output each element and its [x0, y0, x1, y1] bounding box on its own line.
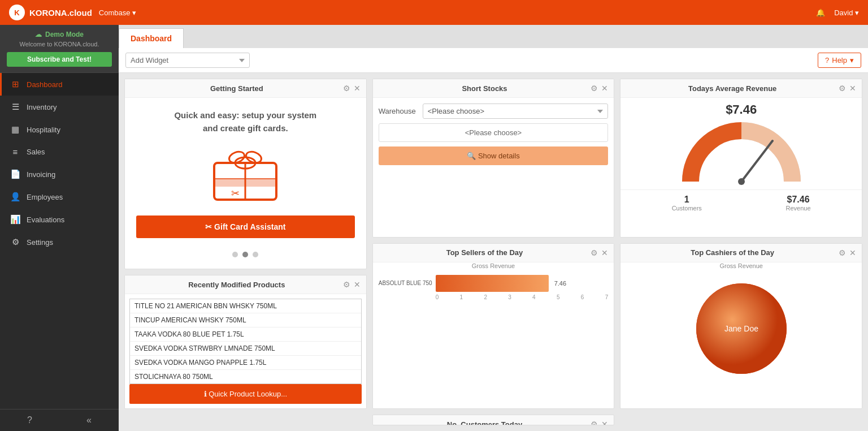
no-customers-title: No. Customers Today — [379, 420, 591, 426]
evaluations-icon: 📊 — [10, 214, 21, 225]
getting-started-body: Quick and easy: setup your system and cr… — [125, 98, 366, 269]
warehouse-label: Warehouse — [379, 107, 418, 115]
avg-revenue-title: Todays Average Revenue — [626, 84, 839, 93]
close-icon[interactable]: ✕ — [354, 84, 361, 93]
avg-revenue-stats: 1 Customers $7.46 Revenue — [620, 189, 862, 216]
gear-icon[interactable]: ⚙ — [839, 248, 846, 257]
svg-text:✂: ✂ — [231, 188, 240, 199]
avg-revenue-value: $7.46 — [620, 98, 862, 119]
add-widget-select[interactable]: Add Widget — [125, 53, 250, 68]
gear-icon[interactable]: ⚙ — [839, 84, 846, 93]
help-chevron-icon: ▾ — [850, 56, 854, 64]
collapse-sidebar-btn[interactable]: « — [59, 410, 119, 431]
gear-icon[interactable]: ⚙ — [591, 84, 598, 93]
dot-3[interactable] — [253, 252, 258, 257]
pie-chart-svg: Jane Doe — [688, 275, 795, 382]
main-content: Dashboard Add Widget ? Help ▾ Getting St… — [119, 25, 868, 431]
col1-wrapper: Getting Started ⚙ ✕ Quick and easy: setu… — [124, 79, 367, 409]
avg-revenue-widget: Todays Average Revenue ⚙ ✕ $7.46 — [620, 79, 862, 238]
sidebar-item-sales[interactable]: ≡ Sales — [0, 141, 119, 163]
dot-2[interactable] — [242, 252, 248, 257]
logo: K KORONA.cloud — [9, 5, 92, 20]
customers-stat: 1 Customers — [672, 195, 702, 212]
sidebar-item-evaluations[interactable]: 📊 Evaluations — [0, 208, 119, 231]
svg-line-8 — [741, 141, 772, 182]
list-item[interactable]: SVEDKA VODKA MANGO PNAPPLE 1.75L — [130, 356, 361, 370]
invoicing-icon: 📄 — [10, 169, 21, 179]
list-item[interactable]: SVEDKA VODKA STRWBRY LMNADE 750ML — [130, 342, 361, 356]
no-customers-widget: No. Customers Today ⚙ ✕ 1 — [372, 415, 615, 425]
list-item[interactable]: TINCUP AMERICAN WHSKY 750ML — [130, 313, 361, 327]
bar-label: ABSOLUT BLUE 750 — [379, 280, 432, 286]
recently-modified-title: Recently Modified Products — [131, 281, 343, 289]
sidebar-item-label: Hospitality — [27, 126, 60, 134]
sidebar-item-label: Invoicing — [27, 170, 55, 179]
tab-bar: Dashboard — [119, 25, 868, 48]
help-button[interactable]: ? Help ▾ — [818, 53, 861, 68]
topnav: K KORONA.cloud Combase ▾ 🔔 David ▾ — [0, 0, 868, 25]
product-list: TITLE NO 21 AMERICAN BBN WHSKY 750ML TIN… — [130, 299, 361, 383]
cloud-icon: ☁ — [35, 31, 42, 38]
short-stocks-controls: ⚙ ✕ — [591, 84, 608, 93]
gift-card-assistant-button[interactable]: ✂ Gift Card Assistant — [136, 215, 355, 238]
recently-modified-widget: Recently Modified Products ⚙ ✕ TITLE NO … — [124, 275, 367, 409]
sidebar-item-label: Dashboard — [27, 80, 63, 89]
dot-1[interactable] — [232, 252, 238, 257]
help-icon-btn[interactable]: ? — [0, 410, 59, 431]
notification-bell-icon[interactable]: 🔔 — [816, 8, 825, 17]
sidebar-item-employees[interactable]: 👤 Employees — [0, 186, 119, 208]
top-cashiers-chart: Jane Doe — [620, 269, 862, 388]
company-selector[interactable]: Combase ▾ — [99, 8, 136, 17]
top-sellers-controls: ⚙ ✕ — [591, 248, 608, 257]
list-item[interactable]: TAAKA VODKA 80 BLUE PET 1.75L — [130, 327, 361, 342]
top-sellers-title: Top Sellers of the Day — [379, 248, 591, 257]
topnav-right: 🔔 David ▾ — [816, 8, 859, 17]
show-details-button[interactable]: 🔍 Show details — [379, 146, 609, 165]
user-menu[interactable]: David ▾ — [834, 8, 859, 17]
inventory-icon: ☰ — [10, 102, 21, 112]
sidebar-item-inventory[interactable]: ☰ Inventory — [0, 96, 119, 118]
sidebar-item-label: Settings — [27, 238, 53, 247]
sidebar-item-hospitality[interactable]: ▦ Hospitality — [0, 118, 119, 141]
short-stocks-title: Short Stocks — [379, 84, 591, 93]
close-icon[interactable]: ✕ — [354, 280, 361, 289]
sidebar-item-invoicing[interactable]: 📄 Invoicing — [0, 163, 119, 186]
gear-icon[interactable]: ⚙ — [343, 84, 350, 93]
subscribe-button[interactable]: Subscribe and Test! — [7, 52, 112, 67]
sidebar: ☁ Demo Mode Welcome to KORONA.cloud. Sub… — [0, 25, 119, 431]
gear-icon[interactable]: ⚙ — [591, 420, 598, 425]
revenue-label: Revenue — [786, 205, 811, 212]
hospitality-icon: ▦ — [10, 124, 21, 135]
close-icon[interactable]: ✕ — [849, 248, 856, 257]
nav-items: ⊞ Dashboard ☰ Inventory ▦ Hospitality ≡ … — [0, 73, 119, 409]
list-item[interactable]: STOLICHNAYA 80 750ML — [130, 370, 361, 383]
top-sellers-widget: Top Sellers of the Day ⚙ ✕ Gross Revenue… — [372, 243, 615, 410]
help-circle-icon: ? — [825, 56, 829, 64]
getting-started-widget: Getting Started ⚙ ✕ Quick and easy: setu… — [124, 79, 367, 269]
gear-icon[interactable]: ⚙ — [343, 280, 350, 289]
sidebar-item-label: Inventory — [27, 103, 57, 111]
close-icon[interactable]: ✕ — [601, 420, 608, 425]
no-customers-controls: ⚙ ✕ — [591, 420, 608, 425]
short-stocks-body: Warehouse <Please choose> <Please choose… — [373, 98, 614, 171]
quick-product-lookup-button[interactable]: ℹ Quick Product Lookup... — [129, 384, 362, 404]
sidebar-item-label: Evaluations — [27, 215, 64, 224]
svg-text:$10.00: $10.00 — [772, 186, 792, 187]
carousel-dots — [232, 252, 258, 257]
top-cashiers-controls: ⚙ ✕ — [839, 248, 856, 257]
close-icon[interactable]: ✕ — [849, 84, 856, 93]
list-item[interactable]: TITLE NO 21 AMERICAN BBN WHSKY 750ML — [130, 299, 361, 313]
sidebar-item-settings[interactable]: ⚙ Settings — [0, 231, 119, 253]
close-icon[interactable]: ✕ — [601, 248, 608, 257]
sidebar-item-dashboard[interactable]: ⊞ Dashboard — [0, 73, 119, 96]
x-axis: 0 1 2 3 4 5 6 7 — [379, 294, 609, 300]
gear-icon[interactable]: ⚙ — [591, 248, 598, 257]
bar-row: ABSOLUT BLUE 750 7.46 — [379, 275, 609, 292]
getting-started-text: Quick and easy: setup your system and cr… — [174, 109, 316, 135]
revenue-stat: $7.46 Revenue — [786, 195, 811, 212]
warehouse-select[interactable]: <Please choose> — [423, 104, 609, 119]
tab-dashboard[interactable]: Dashboard — [119, 28, 184, 48]
top-cashiers-widget: Top Cashiers of the Day ⚙ ✕ Gross Revenu… — [620, 243, 862, 410]
bar-fill — [436, 275, 549, 292]
close-icon[interactable]: ✕ — [601, 84, 608, 93]
